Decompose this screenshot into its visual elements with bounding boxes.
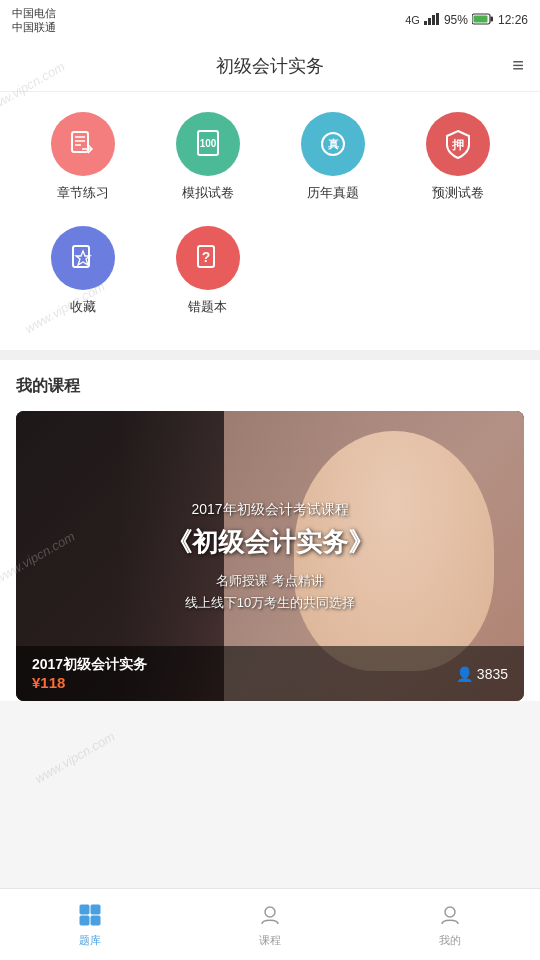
predict-exam-item[interactable]: 押 预测试卷 bbox=[395, 112, 520, 202]
time: 12:26 bbox=[498, 13, 528, 27]
svg-rect-0 bbox=[424, 21, 427, 25]
courses-section: 我的课程 2017年初级会计考试课程 《初级会计实务》 名师授课 考点精讲 线上… bbox=[0, 360, 540, 701]
carrier-info: 中国电信 中国联通 bbox=[12, 6, 56, 35]
course-year: 2017年初级会计考试课程 bbox=[191, 501, 348, 519]
course-card[interactable]: 2017年初级会计考试课程 《初级会计实务》 名师授课 考点精讲 线上线下10万… bbox=[16, 411, 524, 701]
wrong-label: 错题本 bbox=[188, 298, 227, 316]
past-icon-circle: 真 bbox=[301, 112, 365, 176]
svg-rect-24 bbox=[91, 916, 100, 925]
kecheng-label: 课程 bbox=[259, 933, 281, 948]
mock-exam-item[interactable]: 100 模拟试卷 bbox=[145, 112, 270, 202]
battery-icon bbox=[472, 13, 494, 28]
chapter-icon-circle bbox=[51, 112, 115, 176]
collect-icon-circle bbox=[51, 226, 115, 290]
course-title-big: 《初级会计实务》 bbox=[166, 525, 374, 560]
signal-icon: 4G bbox=[405, 14, 420, 26]
status-bar: 中国电信 中国联通 4G 95% 12:26 bbox=[0, 0, 540, 40]
students-count: 3835 bbox=[477, 666, 508, 682]
section-divider bbox=[0, 350, 540, 360]
header-title: 初级会计实务 bbox=[216, 54, 324, 78]
students-icon: 👤 bbox=[456, 666, 473, 682]
courses-title: 我的课程 bbox=[16, 376, 524, 397]
header: 初级会计实务 ≡ bbox=[0, 40, 540, 92]
collect-label: 收藏 bbox=[70, 298, 96, 316]
course-name: 2017初级会计实务 bbox=[32, 656, 147, 674]
battery-percent: 95% bbox=[444, 13, 468, 27]
course-footer: 2017初级会计实务 ¥118 👤 3835 bbox=[16, 646, 524, 701]
tiku-icon bbox=[76, 901, 104, 929]
svg-text:100: 100 bbox=[199, 138, 216, 149]
svg-rect-1 bbox=[428, 18, 431, 25]
wrong-book-item[interactable]: ? 错题本 bbox=[145, 226, 270, 316]
nav-wode[interactable]: 我的 bbox=[360, 889, 540, 960]
svg-rect-2 bbox=[432, 15, 435, 25]
wode-icon bbox=[436, 901, 464, 929]
kecheng-icon bbox=[256, 901, 284, 929]
bottom-nav: 题库 课程 我的 bbox=[0, 888, 540, 960]
mock-label: 模拟试卷 bbox=[182, 184, 234, 202]
chapter-label: 章节练习 bbox=[57, 184, 109, 202]
predict-icon-circle: 押 bbox=[426, 112, 490, 176]
collect-item[interactable]: 收藏 bbox=[20, 226, 145, 316]
tiku-label: 题库 bbox=[79, 933, 101, 948]
course-subtitle1: 名师授课 考点精讲 bbox=[216, 572, 324, 590]
chapter-practice-item[interactable]: 章节练习 bbox=[20, 112, 145, 202]
main-content: 章节练习 100 模拟试卷 真 历年真题 bbox=[0, 92, 540, 350]
svg-text:?: ? bbox=[201, 249, 210, 265]
course-students: 👤 3835 bbox=[456, 666, 508, 682]
svg-rect-3 bbox=[436, 13, 439, 25]
svg-rect-22 bbox=[91, 905, 100, 914]
svg-rect-6 bbox=[473, 15, 487, 22]
svg-point-25 bbox=[265, 907, 275, 917]
course-subtitle2: 线上线下10万考生的共同选择 bbox=[185, 594, 355, 612]
svg-point-26 bbox=[445, 907, 455, 917]
past-label: 历年真题 bbox=[307, 184, 359, 202]
wode-label: 我的 bbox=[439, 933, 461, 948]
course-price: ¥118 bbox=[32, 674, 147, 691]
svg-rect-21 bbox=[80, 905, 89, 914]
nav-kecheng[interactable]: 课程 bbox=[180, 889, 360, 960]
wrong-icon-circle: ? bbox=[176, 226, 240, 290]
svg-rect-23 bbox=[80, 916, 89, 925]
predict-label: 预测试卷 bbox=[432, 184, 484, 202]
carrier1: 中国电信 bbox=[12, 6, 56, 20]
past-exam-item[interactable]: 真 历年真题 bbox=[270, 112, 395, 202]
svg-text:押: 押 bbox=[451, 138, 464, 152]
svg-marker-18 bbox=[76, 251, 90, 265]
carrier2: 中国联通 bbox=[12, 20, 56, 34]
status-right: 4G 95% 12:26 bbox=[405, 13, 528, 28]
svg-rect-5 bbox=[490, 16, 493, 21]
course-name-price: 2017初级会计实务 ¥118 bbox=[32, 656, 147, 691]
signal-bars bbox=[424, 13, 440, 28]
nav-tiku[interactable]: 题库 bbox=[0, 889, 180, 960]
icon-grid: 章节练习 100 模拟试卷 真 历年真题 bbox=[0, 112, 540, 340]
svg-text:真: 真 bbox=[327, 138, 338, 150]
mock-icon-circle: 100 bbox=[176, 112, 240, 176]
menu-button[interactable]: ≡ bbox=[512, 54, 524, 77]
